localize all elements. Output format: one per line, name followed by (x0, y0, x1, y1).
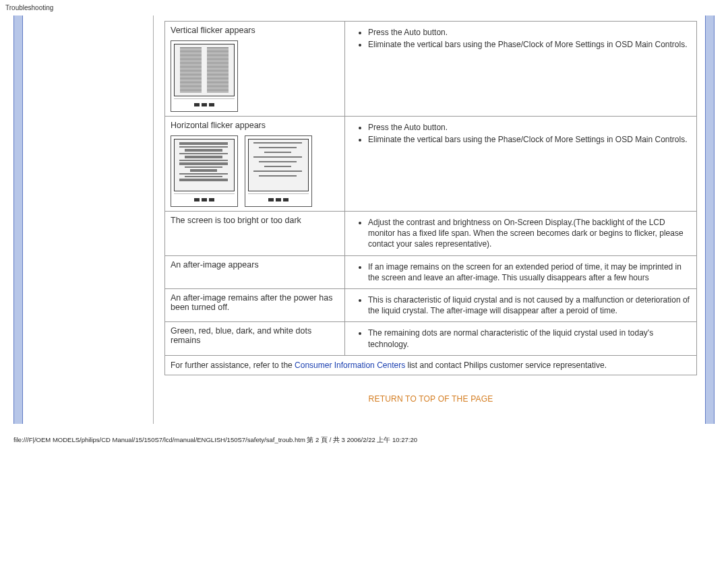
problem-title: Horizontal flicker appears (171, 121, 339, 130)
assistance-row: For further assistance, refer to the Con… (165, 355, 697, 375)
monitor-horizontal-flicker-dense-icon (171, 135, 238, 207)
table-row: An after-image appears If an image remai… (165, 255, 697, 288)
problem-cell: The screen is too bright or too dark (165, 212, 345, 256)
return-to-top-link[interactable]: RETURN TO TOP OF THE PAGE (164, 394, 697, 404)
page-footer-path: file:///F|/OEM MODELS/philips/CD Manual/… (0, 429, 728, 451)
problem-title: Green, red, blue, dark, and white dots r… (171, 326, 339, 345)
solution-item: The remaining dots are normal characteri… (368, 327, 691, 349)
table-row: The screen is too bright or too dark Adj… (165, 212, 697, 256)
problem-cell: An after-image appears (165, 255, 345, 288)
solution-item: Eliminate the vertical bars using the Ph… (368, 39, 691, 50)
problem-cell: Horizontal flicker appears (165, 117, 345, 212)
monitor-horizontal-flicker-sparse-icon (245, 135, 312, 207)
solution-cell: The remaining dots are normal characteri… (345, 322, 697, 355)
right-border (705, 15, 715, 424)
problem-title: The screen is too bright or too dark (171, 216, 339, 225)
solution-cell: If an image remains on the screen for an… (345, 255, 697, 288)
assistance-cell: For further assistance, refer to the Con… (165, 355, 697, 375)
monitor-vertical-flicker-icon (171, 40, 238, 112)
table-row: An after-image remains after the power h… (165, 288, 697, 321)
problem-title: An after-image remains after the power h… (171, 293, 339, 312)
solution-cell: Press the Auto button. Eliminate the ver… (345, 117, 697, 212)
solution-item: If an image remains on the screen for an… (368, 261, 691, 283)
solution-cell: Press the Auto button. Eliminate the ver… (345, 22, 697, 117)
table-row: Horizontal flicker appears (165, 117, 697, 212)
page-frame: Vertical flicker appears Press the Auto … (13, 15, 715, 424)
solution-cell: Adjust the contrast and brightness on On… (345, 212, 697, 256)
solution-cell: This is characteristic of liquid crystal… (345, 288, 697, 321)
troubleshooting-table: Vertical flicker appears Press the Auto … (164, 21, 697, 375)
solution-item: Eliminate the vertical bars using the Ph… (368, 134, 691, 145)
consumer-centers-link[interactable]: Consumer Information Centers (295, 361, 405, 370)
solution-item: Adjust the contrast and brightness on On… (368, 217, 691, 250)
solution-item: Press the Auto button. (368, 27, 691, 38)
main-content: Vertical flicker appears Press the Auto … (153, 15, 705, 424)
assistance-text-post: list and contact Philips customer servic… (408, 361, 607, 370)
problem-cell: An after-image remains after the power h… (165, 288, 345, 321)
table-row: Green, red, blue, dark, and white dots r… (165, 322, 697, 355)
solution-item: This is characteristic of liquid crystal… (368, 294, 691, 316)
assistance-text-pre: For further assistance, refer to the (171, 361, 295, 370)
left-margin (23, 15, 153, 424)
breadcrumb: Troubleshooting (0, 0, 728, 15)
problem-cell: Green, red, blue, dark, and white dots r… (165, 322, 345, 355)
solution-item: Press the Auto button. (368, 122, 691, 133)
problem-title: Vertical flicker appears (171, 26, 339, 35)
left-border (13, 15, 23, 424)
problem-cell: Vertical flicker appears (165, 22, 345, 117)
table-row: Vertical flicker appears Press the Auto … (165, 22, 697, 117)
problem-title: An after-image appears (171, 260, 339, 270)
